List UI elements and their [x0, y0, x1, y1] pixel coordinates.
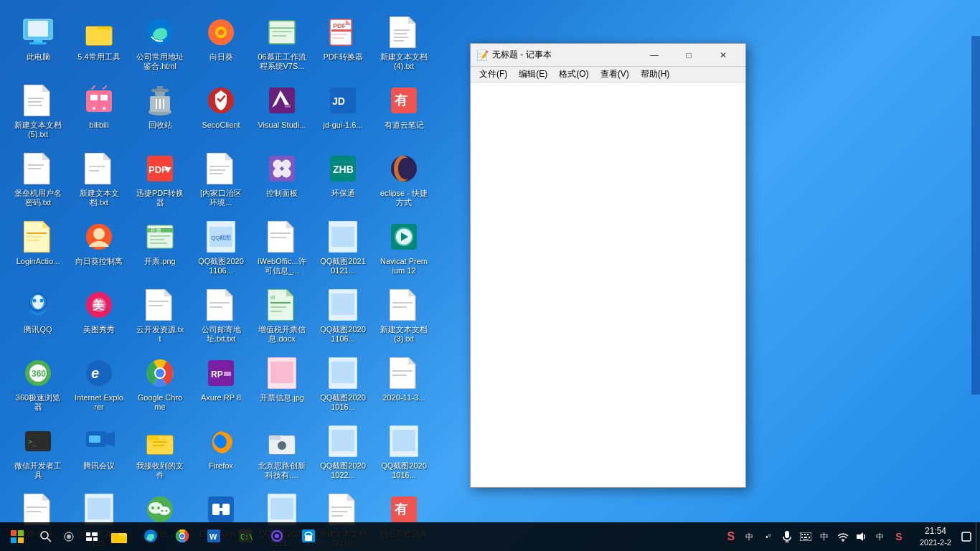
- desktop-icon-new-txt4[interactable]: 新建文本文档 (4).txt: [377, 11, 431, 75]
- desktop-icon-jd-gui[interactable]: JD jd-gui-1.6...: [316, 79, 370, 143]
- icon-label-new-txt5: 新建文本文档 (5).txt: [14, 121, 62, 139]
- svg-point-213: [67, 534, 71, 539]
- desktop-icon-new-txt5[interactable]: 新建文本文档 (5).txt: [11, 79, 65, 143]
- desktop-icon-vat[interactable]: W 增值税开票信息.docx: [255, 283, 309, 348]
- desktop-icon-navicat[interactable]: Navicat Premium 12: [377, 215, 431, 280]
- desktop-icon-qq-ss7[interactable]: QQ截图20201016...: [377, 420, 431, 484]
- svg-rect-151: [392, 370, 413, 372]
- taskbar-task-view-button[interactable]: [80, 522, 103, 551]
- desktop-icon-pc[interactable]: 此电脑: [11, 11, 65, 75]
- desktop-icon-rizhi-control[interactable]: 向日葵控制离: [72, 215, 126, 280]
- notepad-menu-view[interactable]: 查看(V): [595, 67, 635, 82]
- notepad-menu-edit[interactable]: 编辑(E): [513, 67, 553, 82]
- notepad-textarea[interactable]: [473, 85, 743, 484]
- notepad-titlebar[interactable]: 📝 无标题 - 记事本 — □ ✕: [471, 44, 745, 67]
- desktop-icon-seco[interactable]: SecoClient: [194, 79, 248, 143]
- taskbar-pin-explorer[interactable]: [103, 522, 135, 551]
- desktop-icon-bilibili[interactable]: bilibili: [72, 79, 126, 143]
- tray-keyboard-icon[interactable]: [796, 522, 815, 551]
- desktop-icon-recycle[interactable]: 回收站: [133, 79, 187, 143]
- tray-language-en[interactable]: 中: [871, 522, 890, 551]
- desktop-icon-qq-ss5[interactable]: QQ截图20201016...: [316, 352, 370, 416]
- desktop-icon-control[interactable]: 控制面板: [255, 147, 309, 212]
- notepad-minimize-button[interactable]: —: [638, 44, 671, 66]
- show-desktop-button[interactable]: [976, 522, 980, 551]
- desktop-icon-txt-bastion[interactable]: 新建文本文档.txt: [72, 147, 126, 212]
- notepad-content-area[interactable]: [471, 83, 745, 487]
- clock-date: 2021-2-2: [920, 537, 951, 547]
- desktop-icon-chrome[interactable]: Google Chrome: [133, 352, 187, 416]
- desktop-icon-pdf[interactable]: PDF PDF转换器: [316, 11, 370, 75]
- desktop-icon-firefox[interactable]: Firefox: [194, 420, 248, 484]
- desktop-icon-edge[interactable]: 公司常用地址鉴合.html: [133, 11, 187, 75]
- desktop-icon-bj-inspire[interactable]: 北京思路创新科技有....: [255, 420, 309, 484]
- svg-point-108: [33, 299, 37, 303]
- desktop-icon-tencent-meeting[interactable]: 腾讯会议: [72, 420, 126, 484]
- desktop-icon-kaipiao-info[interactable]: 开票信息.jpg: [255, 352, 309, 416]
- desktop-icon-new-txt3[interactable]: 新建文本文档 (3).txt: [377, 283, 431, 348]
- desktop-icon-intranet[interactable]: [内家口治区环境...: [194, 147, 248, 212]
- notepad-menu-help[interactable]: 帮助(H): [635, 67, 676, 82]
- notepad-menu-file[interactable]: 文件(F): [473, 67, 513, 82]
- taskbar-cortana-button[interactable]: [57, 522, 80, 551]
- tray-action-center[interactable]: [957, 522, 976, 551]
- tray-mic-icon[interactable]: [778, 522, 796, 551]
- svg-rect-103: [331, 227, 354, 247]
- tray-network-icon[interactable]: [834, 522, 852, 551]
- taskbar-pin-chrome[interactable]: [166, 522, 198, 551]
- desktop-icon-login[interactable]: LoginActio...: [11, 215, 65, 280]
- notepad-menu-format[interactable]: 格式(O): [553, 67, 594, 82]
- desktop-icon-axure[interactable]: RP Axure RP 8: [194, 352, 248, 416]
- svg-rect-101: [270, 237, 286, 238]
- tray-volume-icon[interactable]: [852, 522, 871, 551]
- tray-sougou-s[interactable]: S: [890, 522, 908, 551]
- notepad-maximize-button[interactable]: □: [672, 44, 705, 66]
- svg-text:开票: 开票: [150, 227, 161, 234]
- desktop-icon-myfiles[interactable]: 我接收到的文件: [133, 420, 187, 484]
- svg-rect-148: [331, 362, 354, 383]
- desktop-icon-eclipse[interactable]: eclipse - 快捷方式: [377, 147, 431, 212]
- taskbar-pin-word[interactable]: W: [198, 522, 230, 551]
- svg-rect-85: [27, 236, 42, 237]
- desktop-icon-weixin-dev[interactable]: >_ 微信开发者工具: [11, 420, 65, 484]
- desktop-icon-qq-tencent[interactable]: 腾讯QQ: [11, 283, 65, 348]
- tray-chinese-indicator[interactable]: 中: [740, 522, 759, 551]
- desktop-icon-youdao-note[interactable]: 有 有道云笔记: [377, 79, 431, 143]
- desktop-icon-qq-ss1[interactable]: QQ截图 QQ截图20201106...: [194, 215, 248, 280]
- desktop-icon-rizhi[interactable]: 向日葵: [194, 11, 248, 75]
- desktop-icon-360[interactable]: 360 360极速浏览器: [11, 352, 65, 416]
- desktop-icon-tools54[interactable]: 5.4常用工具: [72, 11, 126, 75]
- desktop-icon-vs[interactable]: Visual Studi...: [255, 79, 309, 143]
- desktop-icon-qq-ss6[interactable]: QQ截图20201022...: [316, 420, 370, 484]
- taskbar: W C:\: [0, 522, 980, 551]
- start-button[interactable]: [0, 522, 34, 551]
- taskbar-pin-obs[interactable]: [261, 522, 293, 551]
- desktop-icon-iweboffice[interactable]: iWebOffic...许可信息_...: [255, 215, 309, 280]
- notepad-close-button[interactable]: ✕: [707, 44, 740, 66]
- desktop-icon-qq-ss2[interactable]: QQ截图20210121...: [316, 215, 370, 280]
- svg-marker-68: [225, 153, 232, 160]
- tray-dot-indicator[interactable]: •°: [759, 522, 778, 551]
- taskbar-pin-edge[interactable]: [135, 522, 166, 551]
- taskbar-clock[interactable]: 21:54 2021-2-2: [914, 522, 957, 551]
- desktop-icon-bastion[interactable]: 堡垒机用户名密码.txt: [11, 147, 65, 212]
- desktop-icon-zhb[interactable]: ZHB 环保通: [316, 147, 370, 212]
- desktop-icon-workflow[interactable]: 06慕正工作流程系统V7S...: [255, 11, 309, 75]
- desktop-icon-mail[interactable]: 公司邮寄地址.txt.txt: [194, 283, 248, 348]
- desktop-icon-qq-ss3[interactable]: QQ截图20201106...: [316, 283, 370, 348]
- taskbar-pin-store[interactable]: [293, 522, 324, 551]
- desktop-icon-kaipiao[interactable]: 开票 开票.png: [133, 215, 187, 280]
- svg-rect-167: [269, 435, 281, 440]
- svg-rect-59: [28, 164, 44, 166]
- tray-sougou-icon[interactable]: S: [722, 522, 740, 551]
- tray-input-zh[interactable]: 中: [815, 522, 834, 551]
- desktop-icon-ie[interactable]: e Internet Explorer: [72, 352, 126, 416]
- taskbar-search-button[interactable]: [34, 522, 57, 551]
- desktop-icon-date-txt[interactable]: 2020-11-3...: [377, 352, 431, 416]
- desktop-icon-yunkai[interactable]: 云开发资源.txt: [133, 283, 187, 348]
- svg-marker-174: [42, 494, 50, 501]
- taskbar-pin-cmd[interactable]: C:\: [230, 522, 261, 551]
- desktop-icon-pdf-quick[interactable]: PDF 迅捷PDF转换器: [133, 147, 187, 212]
- desktop-icon-meitu[interactable]: 美 美图秀秀: [72, 283, 126, 348]
- svg-rect-240: [804, 534, 806, 535]
